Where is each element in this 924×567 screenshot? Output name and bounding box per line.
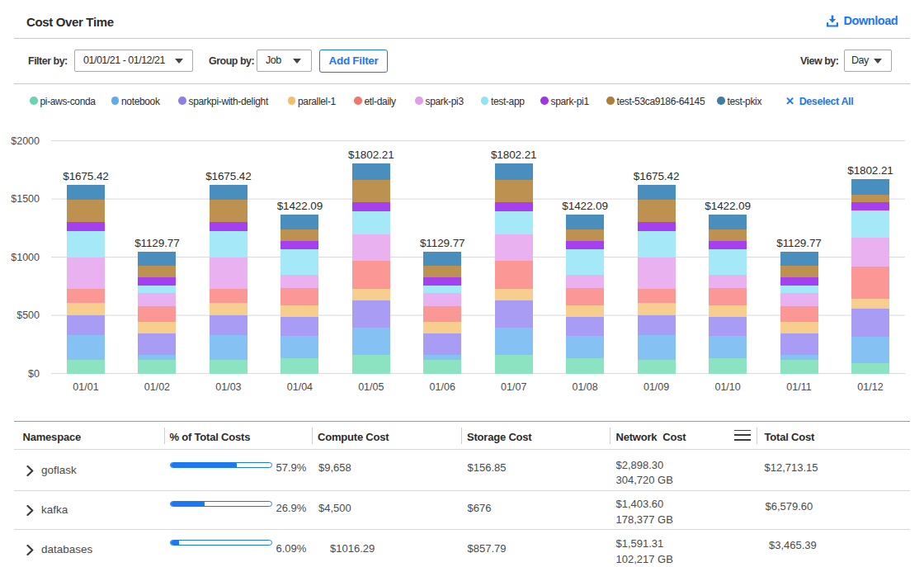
svg-text:01/05: 01/05 [358, 381, 384, 393]
svg-text:01/01: 01/01 [73, 381, 98, 393]
svg-text:$1422.09: $1422.09 [705, 200, 751, 212]
svg-text:$1802.21: $1802.21 [847, 164, 893, 177]
svg-text:$0: $0 [28, 368, 40, 380]
svg-text:$1802.21: $1802.21 [348, 149, 394, 161]
svg-text:01/11: 01/11 [786, 381, 811, 393]
svg-text:$1422.09: $1422.09 [562, 200, 608, 212]
svg-text:$1129.77: $1129.77 [776, 237, 822, 249]
svg-text:$1129.77: $1129.77 [134, 237, 180, 249]
svg-text:01/12: 01/12 [857, 381, 883, 393]
svg-text:01/07: 01/07 [501, 381, 526, 393]
svg-text:$2000: $2000 [11, 135, 40, 147]
svg-text:$1675.42: $1675.42 [634, 170, 680, 182]
svg-text:01/03: 01/03 [215, 381, 241, 393]
svg-text:01/08: 01/08 [572, 381, 597, 393]
svg-text:$500: $500 [16, 309, 40, 321]
svg-text:$1675.42: $1675.42 [205, 170, 252, 182]
svg-text:$1422.09: $1422.09 [277, 200, 323, 212]
svg-text:01/09: 01/09 [644, 381, 669, 393]
svg-text:01/10: 01/10 [714, 381, 740, 393]
svg-text:$1500: $1500 [11, 193, 40, 205]
svg-text:$1000: $1000 [11, 252, 40, 263]
svg-text:$1802.21: $1802.21 [491, 149, 537, 161]
svg-text:01/04: 01/04 [287, 381, 313, 393]
svg-text:$1675.42: $1675.42 [63, 170, 109, 182]
svg-text:01/06: 01/06 [430, 381, 455, 393]
svg-text:$1129.77: $1129.77 [420, 237, 465, 249]
svg-text:01/02: 01/02 [144, 381, 170, 393]
